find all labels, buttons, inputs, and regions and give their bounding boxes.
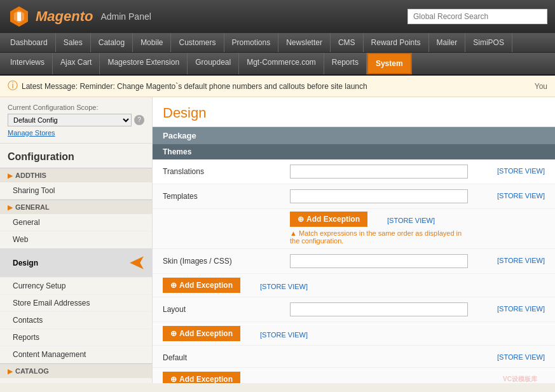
- group-catalog-label: CATALOG: [15, 367, 49, 375]
- sidebar-item-design[interactable]: Design ➤: [0, 248, 152, 278]
- sidebar-item-reports[interactable]: Reports: [0, 329, 152, 346]
- nav-groupdeal[interactable]: Groupdeal: [188, 53, 239, 74]
- add-exception-label-skin: Add Exception: [179, 281, 233, 290]
- layout-input[interactable]: [290, 302, 468, 316]
- sidebar-design-label: Design: [13, 259, 38, 267]
- nav-sales[interactable]: Sales: [56, 33, 91, 52]
- sidebar-item-general[interactable]: General: [0, 214, 152, 231]
- add-exception-button-default[interactable]: ⊕ Add Exception: [163, 372, 240, 383]
- nav-system[interactable]: System: [367, 53, 412, 74]
- nav-mailer[interactable]: Mailer: [429, 33, 466, 52]
- group-addthis-label: ADDTHIS: [15, 172, 46, 179]
- themes-header: Themes: [153, 144, 555, 159]
- nav-bottom: Interviews Ajax Cart Magestore Extension…: [0, 53, 555, 76]
- header: Magento Admin Panel: [0, 0, 555, 33]
- translations-label: Translations: [163, 165, 290, 176]
- add-exception-label-default: Add Exception: [179, 375, 233, 383]
- magento-logo-icon: [8, 5, 31, 28]
- nav-newsletter[interactable]: Newsletter: [278, 33, 331, 52]
- translations-input[interactable]: [290, 165, 468, 179]
- layout-control: [290, 302, 488, 316]
- templates-exception-store-view[interactable]: [STORE VIEW]: [378, 214, 435, 224]
- default-label: Default: [163, 351, 290, 362]
- sidebar-group-general[interactable]: ▶ GENERAL: [0, 199, 152, 214]
- plus-icon-layout: ⊕: [170, 329, 177, 338]
- logo-area: Magento Admin Panel: [8, 5, 151, 28]
- field-row-default: Default [STORE VIEW]: [153, 346, 555, 368]
- sidebar-item-contacts[interactable]: Contacts: [0, 312, 152, 329]
- plus-icon: ⊕: [298, 215, 304, 224]
- nav-reports[interactable]: Reports: [324, 53, 367, 74]
- scope-select[interactable]: Default Config: [8, 114, 132, 126]
- templates-store-view[interactable]: [STORE VIEW]: [488, 189, 545, 199]
- sidebar-title: Configuration: [0, 144, 152, 168]
- default-store-view[interactable]: [STORE VIEW]: [488, 351, 545, 361]
- add-exception-button-layout[interactable]: ⊕ Add Exception: [163, 326, 240, 341]
- nav-interviews[interactable]: Interviews: [3, 53, 53, 74]
- scope-help-icon[interactable]: ?: [134, 115, 144, 125]
- skin-control: [290, 254, 488, 268]
- layout-exception-store-view[interactable]: [STORE VIEW]: [250, 328, 308, 339]
- templates-exception-row: ⊕ Add Exception [STORE VIEW] ▲ Match exp…: [153, 209, 555, 249]
- plus-icon-skin: ⊕: [170, 281, 177, 290]
- skin-store-view[interactable]: [STORE VIEW]: [488, 254, 545, 264]
- sidebar-item-store-email[interactable]: Store Email Addresses: [0, 295, 152, 312]
- nav-magestore[interactable]: Magestore Extension: [100, 53, 188, 74]
- templates-input[interactable]: [290, 189, 468, 203]
- skin-exception-store-view[interactable]: [STORE VIEW]: [250, 280, 308, 290]
- sidebar-group-catalog[interactable]: ▶ CATALOG: [0, 363, 152, 378]
- skin-exception-row: ⊕ Add Exception [STORE VIEW]: [153, 274, 555, 297]
- nav-reward-points[interactable]: Reward Points: [364, 33, 429, 52]
- alert-message: Latest Message: Reminder: Change Magento…: [22, 82, 367, 91]
- group-arrow-icon: ▶: [8, 172, 13, 179]
- design-section: Package Themes Translations [STORE VIEW]…: [153, 127, 555, 383]
- logo-subtitle: Admin Panel: [100, 11, 151, 22]
- nav-ajax-cart[interactable]: Ajax Cart: [53, 53, 100, 74]
- layout-store-view[interactable]: [STORE VIEW]: [488, 302, 545, 313]
- alert-bar: ⓘ Latest Message: Reminder: Change Magen…: [0, 76, 555, 97]
- nav-promotions[interactable]: Promotions: [224, 33, 279, 52]
- field-row-translations: Translations [STORE VIEW]: [153, 159, 555, 184]
- group-arrow-icon-3: ▶: [8, 368, 13, 375]
- nav-mobile[interactable]: Mobile: [133, 33, 171, 52]
- logo-brand: Magento: [36, 8, 93, 25]
- translations-control: [290, 165, 488, 179]
- layout-exception-row: ⊕ Add Exception [STORE VIEW]: [153, 322, 555, 346]
- content-header: Design: [153, 97, 555, 127]
- add-exception-label-templates: Add Exception: [306, 215, 360, 224]
- package-header: Package: [153, 127, 555, 144]
- scope-select-wrap: Default Config ?: [8, 114, 144, 126]
- svg-rect-2: [17, 12, 21, 21]
- nav-top: Dashboard Sales Catalog Mobile Customers…: [0, 33, 555, 53]
- sidebar: Current Configuration Scope: Default Con…: [0, 97, 153, 383]
- field-row-templates: Templates [STORE VIEW]: [153, 184, 555, 209]
- sidebar-group-addthis[interactable]: ▶ ADDTHIS: [0, 168, 152, 182]
- arrow-annotation-icon: ➤: [130, 252, 144, 273]
- sidebar-item-content-management[interactable]: Content Management: [0, 346, 152, 363]
- sidebar-item-sharing-tool[interactable]: Sharing Tool: [0, 182, 152, 199]
- nav-mgt-commerce[interactable]: Mgt-Commerce.com: [239, 53, 324, 74]
- templates-control: [290, 189, 488, 203]
- scope-section: Current Configuration Scope: Default Con…: [0, 97, 152, 144]
- page-title: Design: [163, 105, 206, 121]
- nav-dashboard[interactable]: Dashboard: [3, 33, 56, 52]
- add-exception-button-skin[interactable]: ⊕ Add Exception: [163, 278, 240, 293]
- group-arrow-icon-2: ▶: [8, 204, 13, 211]
- sidebar-item-currency-setup[interactable]: Currency Setup: [0, 278, 152, 295]
- sidebar-item-web[interactable]: Web: [0, 231, 152, 248]
- main-layout: Current Configuration Scope: Default Con…: [0, 97, 555, 383]
- nav-cms[interactable]: CMS: [331, 33, 364, 52]
- nav-simipos[interactable]: SimiPOS: [465, 33, 512, 52]
- nav-catalog[interactable]: Catalog: [91, 33, 133, 52]
- field-row-skin: Skin (Images / CSS) [STORE VIEW]: [153, 249, 555, 274]
- add-exception-button-templates[interactable]: ⊕ Add Exception: [290, 212, 367, 227]
- templates-exception-wrap: ⊕ Add Exception [STORE VIEW]: [290, 212, 545, 227]
- skin-input[interactable]: [290, 254, 468, 268]
- translations-store-view[interactable]: [STORE VIEW]: [488, 165, 545, 175]
- content-area: Design Package Themes Translations [STOR…: [153, 97, 555, 383]
- add-exception-label-layout: Add Exception: [179, 329, 233, 338]
- nav-customers[interactable]: Customers: [171, 33, 224, 52]
- global-search-input[interactable]: [408, 9, 547, 24]
- manage-stores-link[interactable]: Manage Stores: [8, 129, 144, 137]
- default-exception-row: ⊕ Add Exception: [153, 368, 555, 383]
